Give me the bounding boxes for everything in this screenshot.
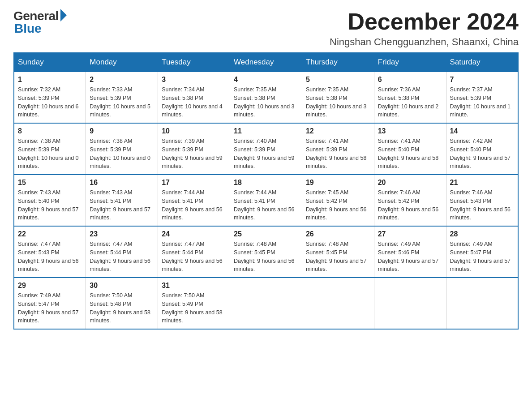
day-info: Sunrise: 7:48 AMSunset: 5:45 PMDaylight:… — [306, 241, 367, 272]
calendar-cell: 21 Sunrise: 7:46 AMSunset: 5:43 PMDaylig… — [446, 175, 518, 226]
day-info: Sunrise: 7:47 AMSunset: 5:43 PMDaylight:… — [18, 241, 79, 272]
day-info: Sunrise: 7:43 AMSunset: 5:40 PMDaylight:… — [18, 189, 79, 221]
day-number: 24 — [162, 230, 226, 238]
day-number: 31 — [162, 282, 226, 290]
calendar-cell: 19 Sunrise: 7:45 AMSunset: 5:42 PMDaylig… — [302, 175, 374, 226]
week-row-2: 8 Sunrise: 7:38 AMSunset: 5:39 PMDayligh… — [14, 123, 518, 175]
week-row-3: 15 Sunrise: 7:43 AMSunset: 5:40 PMDaylig… — [14, 175, 518, 226]
calendar-cell — [374, 278, 446, 329]
calendar-cell: 12 Sunrise: 7:41 AMSunset: 5:39 PMDaylig… — [302, 123, 374, 175]
page-header: General Blue December 2024 Ningshan Chen… — [13, 9, 519, 48]
logo: General Blue — [13, 9, 67, 36]
day-info: Sunrise: 7:32 AMSunset: 5:39 PMDaylight:… — [18, 86, 79, 118]
day-number: 7 — [450, 76, 514, 84]
day-number: 26 — [306, 230, 370, 238]
day-number: 11 — [234, 127, 298, 135]
calendar-cell: 13 Sunrise: 7:41 AMSunset: 5:40 PMDaylig… — [374, 123, 446, 175]
weekday-header-friday: Friday — [374, 53, 446, 72]
day-info: Sunrise: 7:33 AMSunset: 5:39 PMDaylight:… — [90, 86, 150, 118]
day-info: Sunrise: 7:50 AMSunset: 5:48 PMDaylight:… — [90, 292, 150, 324]
calendar-cell: 24 Sunrise: 7:47 AMSunset: 5:44 PMDaylig… — [158, 226, 230, 278]
day-number: 8 — [18, 127, 82, 135]
calendar-cell: 15 Sunrise: 7:43 AMSunset: 5:40 PMDaylig… — [14, 175, 86, 226]
day-number: 22 — [18, 230, 82, 238]
calendar-cell: 6 Sunrise: 7:36 AMSunset: 5:38 PMDayligh… — [374, 72, 446, 123]
day-info: Sunrise: 7:42 AMSunset: 5:40 PMDaylight:… — [450, 138, 511, 169]
day-info: Sunrise: 7:38 AMSunset: 5:39 PMDaylight:… — [90, 138, 150, 169]
weekday-header-monday: Monday — [86, 53, 158, 72]
day-info: Sunrise: 7:44 AMSunset: 5:41 PMDaylight:… — [162, 189, 223, 221]
calendar-cell: 30 Sunrise: 7:50 AMSunset: 5:48 PMDaylig… — [86, 278, 158, 329]
day-number: 5 — [306, 76, 370, 84]
calendar-cell: 8 Sunrise: 7:38 AMSunset: 5:39 PMDayligh… — [14, 123, 86, 175]
calendar-cell — [302, 278, 374, 329]
week-row-4: 22 Sunrise: 7:47 AMSunset: 5:43 PMDaylig… — [14, 226, 518, 278]
day-number: 13 — [378, 127, 442, 135]
calendar-cell: 14 Sunrise: 7:42 AMSunset: 5:40 PMDaylig… — [446, 123, 518, 175]
calendar-cell: 11 Sunrise: 7:40 AMSunset: 5:39 PMDaylig… — [230, 123, 302, 175]
calendar-table: SundayMondayTuesdayWednesdayThursdayFrid… — [13, 52, 519, 330]
weekday-header-saturday: Saturday — [446, 53, 518, 72]
location-subtitle: Ningshan Chengguanzhen, Shaanxi, China — [330, 36, 519, 48]
day-number: 19 — [306, 179, 370, 187]
calendar-cell: 20 Sunrise: 7:46 AMSunset: 5:42 PMDaylig… — [374, 175, 446, 226]
day-number: 4 — [234, 76, 298, 84]
calendar-cell: 7 Sunrise: 7:37 AMSunset: 5:39 PMDayligh… — [446, 72, 518, 123]
day-info: Sunrise: 7:39 AMSunset: 5:39 PMDaylight:… — [162, 138, 223, 169]
day-number: 23 — [90, 230, 154, 238]
calendar-cell: 18 Sunrise: 7:44 AMSunset: 5:41 PMDaylig… — [230, 175, 302, 226]
weekday-header-sunday: Sunday — [14, 53, 86, 72]
calendar-cell: 25 Sunrise: 7:48 AMSunset: 5:45 PMDaylig… — [230, 226, 302, 278]
weekday-header-wednesday: Wednesday — [230, 53, 302, 72]
day-info: Sunrise: 7:36 AMSunset: 5:38 PMDaylight:… — [378, 86, 439, 118]
weekday-header-thursday: Thursday — [302, 53, 374, 72]
day-info: Sunrise: 7:43 AMSunset: 5:41 PMDaylight:… — [90, 189, 150, 221]
calendar-cell: 17 Sunrise: 7:44 AMSunset: 5:41 PMDaylig… — [158, 175, 230, 226]
week-row-5: 29 Sunrise: 7:49 AMSunset: 5:47 PMDaylig… — [14, 278, 518, 329]
day-info: Sunrise: 7:34 AMSunset: 5:38 PMDaylight:… — [162, 86, 223, 118]
calendar-cell: 16 Sunrise: 7:43 AMSunset: 5:41 PMDaylig… — [86, 175, 158, 226]
calendar-cell — [230, 278, 302, 329]
day-info: Sunrise: 7:38 AMSunset: 5:39 PMDaylight:… — [18, 138, 79, 169]
calendar-cell: 1 Sunrise: 7:32 AMSunset: 5:39 PMDayligh… — [14, 72, 86, 123]
month-title: December 2024 — [330, 9, 519, 34]
day-number: 16 — [90, 179, 154, 187]
day-info: Sunrise: 7:44 AMSunset: 5:41 PMDaylight:… — [234, 189, 295, 221]
day-info: Sunrise: 7:46 AMSunset: 5:43 PMDaylight:… — [450, 189, 511, 221]
day-number: 12 — [306, 127, 370, 135]
day-info: Sunrise: 7:35 AMSunset: 5:38 PMDaylight:… — [234, 86, 295, 118]
day-info: Sunrise: 7:46 AMSunset: 5:42 PMDaylight:… — [378, 189, 439, 221]
day-number: 18 — [234, 179, 298, 187]
calendar-cell — [446, 278, 518, 329]
weekday-header-tuesday: Tuesday — [158, 53, 230, 72]
day-number: 14 — [450, 127, 514, 135]
calendar-cell: 2 Sunrise: 7:33 AMSunset: 5:39 PMDayligh… — [86, 72, 158, 123]
calendar-cell: 26 Sunrise: 7:48 AMSunset: 5:45 PMDaylig… — [302, 226, 374, 278]
day-number: 21 — [450, 179, 514, 187]
day-info: Sunrise: 7:47 AMSunset: 5:44 PMDaylight:… — [162, 241, 223, 272]
day-info: Sunrise: 7:35 AMSunset: 5:38 PMDaylight:… — [306, 86, 367, 118]
calendar-cell: 27 Sunrise: 7:49 AMSunset: 5:46 PMDaylig… — [374, 226, 446, 278]
day-number: 10 — [162, 127, 226, 135]
day-number: 1 — [18, 76, 82, 84]
day-number: 28 — [450, 230, 514, 238]
day-info: Sunrise: 7:50 AMSunset: 5:49 PMDaylight:… — [162, 292, 223, 324]
day-number: 20 — [378, 179, 442, 187]
weekday-header-row: SundayMondayTuesdayWednesdayThursdayFrid… — [14, 53, 518, 72]
day-info: Sunrise: 7:47 AMSunset: 5:44 PMDaylight:… — [90, 241, 150, 272]
week-row-1: 1 Sunrise: 7:32 AMSunset: 5:39 PMDayligh… — [14, 72, 518, 123]
day-number: 29 — [18, 282, 82, 290]
day-info: Sunrise: 7:41 AMSunset: 5:39 PMDaylight:… — [306, 138, 367, 169]
calendar-cell: 3 Sunrise: 7:34 AMSunset: 5:38 PMDayligh… — [158, 72, 230, 123]
day-number: 3 — [162, 76, 226, 84]
calendar-cell: 22 Sunrise: 7:47 AMSunset: 5:43 PMDaylig… — [14, 226, 86, 278]
day-info: Sunrise: 7:40 AMSunset: 5:39 PMDaylight:… — [234, 138, 295, 169]
day-info: Sunrise: 7:41 AMSunset: 5:40 PMDaylight:… — [378, 138, 439, 169]
logo-blue-text: Blue — [13, 21, 42, 36]
day-number: 6 — [378, 76, 442, 84]
day-info: Sunrise: 7:48 AMSunset: 5:45 PMDaylight:… — [234, 241, 295, 272]
calendar-cell: 10 Sunrise: 7:39 AMSunset: 5:39 PMDaylig… — [158, 123, 230, 175]
title-area: December 2024 Ningshan Chengguanzhen, Sh… — [330, 9, 519, 48]
day-info: Sunrise: 7:45 AMSunset: 5:42 PMDaylight:… — [306, 189, 367, 221]
day-info: Sunrise: 7:37 AMSunset: 5:39 PMDaylight:… — [450, 86, 511, 118]
